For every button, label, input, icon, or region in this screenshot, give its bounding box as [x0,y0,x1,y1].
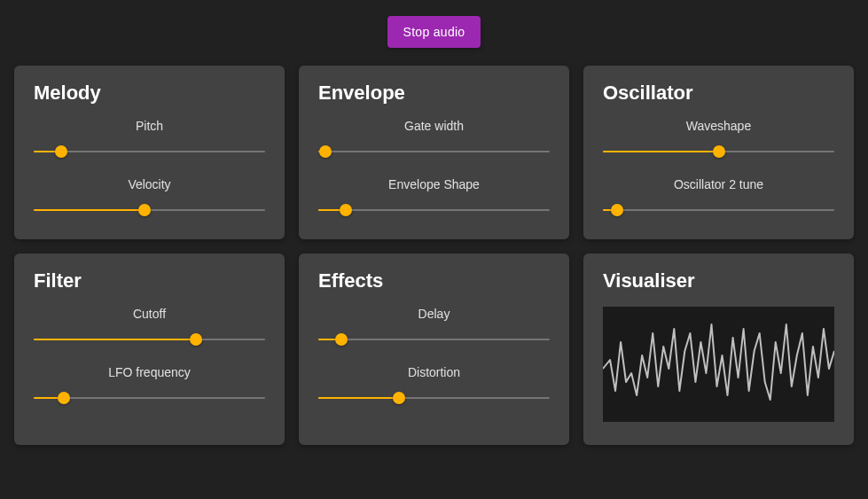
slider-lfo-frequency[interactable] [34,392,265,404]
slider-envelope-shape[interactable] [318,204,550,216]
label-envelope-shape: Envelope Shape [318,177,550,191]
card-envelope: Envelope Gate width Envelope Shape [299,66,569,239]
control-waveshape: Waveshape [603,119,834,158]
slider-delay[interactable] [318,333,550,346]
card-title-envelope: Envelope [318,82,550,105]
control-delay: Delay [318,307,550,346]
card-title-effects: Effects [318,269,550,292]
label-distortion: Distortion [318,365,550,379]
control-osc2-tune: Oscillator 2 tune [603,177,834,216]
slider-waveshape[interactable] [603,145,834,158]
label-osc2-tune: Oscillator 2 tune [603,177,834,191]
label-gate-width: Gate width [318,119,550,133]
label-delay: Delay [318,307,550,321]
control-cutoff: Cutoff [34,307,265,346]
label-pitch: Pitch [34,119,265,133]
slider-gate-width[interactable] [318,145,550,158]
slider-pitch[interactable] [34,145,265,158]
control-velocity: Velocity [34,177,265,216]
card-title-oscillator: Oscillator [603,82,834,105]
label-lfo-frequency: LFO frequency [34,365,265,379]
slider-cutoff[interactable] [34,333,265,346]
slider-velocity[interactable] [34,204,265,216]
controls-grid: Melody Pitch Velocity Envelope Gate widt… [0,66,868,445]
control-pitch: Pitch [34,119,265,158]
slider-distortion[interactable] [318,392,550,404]
label-cutoff: Cutoff [34,307,265,321]
label-velocity: Velocity [34,177,265,191]
card-title-filter: Filter [34,269,265,292]
slider-osc2-tune[interactable] [603,204,834,216]
card-melody: Melody Pitch Velocity [14,66,285,239]
control-distortion: Distortion [318,365,550,404]
card-filter: Filter Cutoff LFO frequency [14,253,285,445]
control-envelope-shape: Envelope Shape [318,177,550,216]
label-waveshape: Waveshape [603,119,834,133]
card-oscillator: Oscillator Waveshape Oscillator 2 tune [583,66,854,239]
visualiser-canvas [603,307,834,422]
card-title-melody: Melody [34,82,265,105]
card-title-visualiser: Visualiser [603,269,834,292]
stop-audio-button[interactable]: Stop audio [387,16,481,48]
card-effects: Effects Delay Distortion [299,253,569,445]
card-visualiser: Visualiser [583,253,854,445]
control-lfo-frequency: LFO frequency [34,365,265,404]
control-gate-width: Gate width [318,119,550,158]
